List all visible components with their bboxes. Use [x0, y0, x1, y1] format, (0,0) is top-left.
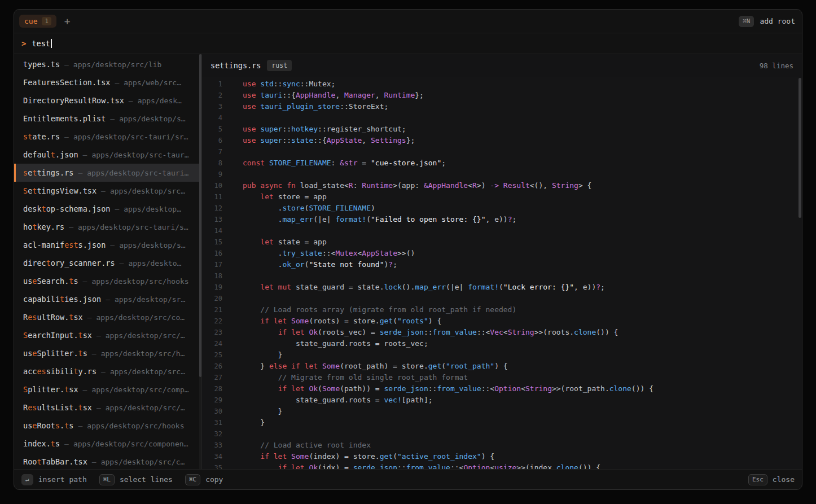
result-path: apps/desktop…	[124, 205, 181, 213]
line-number: 18	[202, 270, 222, 282]
search-input[interactable]: test	[32, 39, 50, 48]
line-number: 26	[202, 361, 222, 372]
result-filename: SearchInput.tsx	[23, 331, 92, 340]
line-number: 10	[202, 180, 222, 191]
result-row[interactable]: ResultRow.tsx – apps/desktop/src/co…	[14, 308, 201, 326]
line-content: if let Ok(roots_vec) = serde_json::from_…	[243, 327, 618, 338]
result-row[interactable]: SettingsView.tsx – apps/desktop/src…	[14, 182, 201, 200]
result-row[interactable]: SearchInput.tsx – apps/desktop/src/…	[14, 326, 201, 344]
code-line: 9	[202, 169, 802, 180]
result-filename: desktop-schema.json	[23, 204, 110, 213]
result-row[interactable]: acl-manifests.json – apps/desktop/s…	[14, 236, 201, 254]
line-number: 9	[202, 169, 222, 180]
footer-hint[interactable]: ⌘L select lines	[99, 474, 173, 485]
result-filename: state.rs	[23, 132, 60, 141]
line-content: }	[243, 349, 282, 361]
result-path: apps/desktop/sr…	[115, 295, 185, 304]
result-separator: –	[115, 78, 119, 87]
result-filename: useRoots.ts	[23, 421, 73, 430]
line-content: .ok_or("State not found")?;	[243, 259, 397, 270]
result-path: apps/desktop/src/componen…	[73, 440, 188, 448]
line-number: 31	[202, 417, 222, 428]
result-path: apps/desktop/src/lib	[73, 60, 162, 69]
result-row[interactable]: DirectoryResultRow.tsx – apps/desk…	[14, 91, 201, 109]
result-row[interactable]: state.rs – apps/desktop/src-tauri/sr…	[14, 128, 201, 146]
line-content: state_guard.roots = roots_vec;	[243, 338, 428, 349]
result-row[interactable]: settings.rs – apps/desktop/src-tauri…	[14, 164, 201, 182]
line-number: 29	[202, 395, 222, 406]
tab-cue[interactable]: cue 1	[19, 15, 56, 28]
code-scrollbar[interactable]	[799, 77, 801, 469]
result-separator: –	[83, 151, 87, 159]
shortcut-key-badge: ⌘C	[185, 474, 200, 485]
app-window: cue 1 + ⌘N add root > test types.ts – ap…	[14, 9, 802, 490]
result-separator: –	[115, 205, 119, 213]
result-row[interactable]: Splitter.tsx – apps/desktop/src/comp…	[14, 380, 201, 398]
add-root-action[interactable]: ⌘N add root	[739, 16, 795, 27]
code-line: 32	[202, 428, 802, 440]
line-content: let state = app	[243, 236, 327, 248]
result-row[interactable]: directory_scanner.rs – apps/deskto…	[14, 254, 201, 272]
footer-hint[interactable]: ↵ insert path	[21, 474, 87, 485]
code-line: 3 use tauri_plugin_store::StoreExt;	[202, 101, 802, 112]
code-line: 20	[202, 293, 802, 304]
result-filename: Entitlements.plist	[23, 114, 106, 123]
result-separator: –	[64, 133, 69, 141]
result-row[interactable]: types.ts – apps/desktop/src/lib	[14, 55, 201, 73]
code-line: 27 // Migrate from old single root_path …	[202, 372, 802, 383]
results-scrollbar-thumb[interactable]	[199, 54, 201, 377]
result-path: apps/desktop/src/co…	[96, 313, 185, 322]
line-number: 28	[202, 383, 222, 395]
code-line: 28 if let Ok(Some(path)) = serde_json::f…	[202, 383, 802, 395]
result-path: apps/web/src…	[124, 78, 181, 87]
code-area: 1 use std::sync::Mutex; 2 use tauri::{Ap…	[202, 77, 802, 469]
result-row[interactable]: FeaturesSection.tsx – apps/web/src…	[14, 73, 201, 91]
line-count: 98 lines	[760, 62, 793, 70]
line-number: 3	[202, 101, 222, 112]
result-separator: –	[78, 169, 82, 177]
result-filename: capabilities.json	[23, 295, 101, 304]
tab-label: cue	[24, 17, 37, 25]
result-row[interactable]: ResultsList.tsx – apps/desktop/src/…	[14, 398, 201, 417]
line-number: 1	[202, 78, 222, 90]
footer-hint[interactable]: ⌘C copy	[185, 474, 223, 485]
result-row[interactable]: hotkey.rs – apps/desktop/src-tauri/s…	[14, 218, 201, 236]
code-scrollbar-thumb[interactable]	[799, 78, 801, 218]
result-filename: directory_scanner.rs	[23, 258, 115, 268]
result-path: apps/desktop/s…	[119, 241, 185, 249]
code-line: 29 state_guard.roots = vec![path];	[202, 395, 802, 406]
line-content: } else if let Some(root_path) = store.ge…	[243, 361, 508, 372]
result-row[interactable]: useRoots.ts – apps/desktop/src/hooks	[14, 417, 201, 435]
result-path: apps/desktop/src…	[110, 187, 185, 195]
result-row[interactable]: useSearch.ts – apps/desktop/src/hooks	[14, 272, 201, 290]
result-row[interactable]: capabilities.json – apps/desktop/sr…	[14, 290, 201, 308]
result-row[interactable]: useSplitter.ts – apps/desktop/src/h…	[14, 344, 201, 362]
prompt-icon: >	[21, 39, 26, 48]
result-separator: –	[110, 241, 115, 249]
line-content: }	[243, 417, 265, 428]
result-filename: acl-manifests.json	[23, 240, 106, 249]
result-separator: –	[101, 187, 106, 195]
result-row[interactable]: default.json – apps/desktop/src-taur…	[14, 146, 201, 164]
result-row[interactable]: RootTabBar.tsx – apps/desktop/src/c…	[14, 453, 201, 469]
results-scrollbar[interactable]	[199, 54, 201, 469]
result-row[interactable]: index.ts – apps/desktop/src/componen…	[14, 435, 201, 453]
code-line: 17 .ok_or("State not found")?;	[202, 259, 802, 270]
code-line: 10 pub async fn load_state<R: Runtime>(a…	[202, 180, 802, 191]
results-list: types.ts – apps/desktop/src/lib Features…	[14, 54, 201, 469]
line-number: 21	[202, 304, 222, 315]
code-line: 11 let store = app	[202, 191, 802, 203]
result-path: apps/desktop/src-taur…	[91, 151, 188, 159]
result-row[interactable]: Entitlements.plist – apps/desktop/s…	[14, 109, 201, 128]
line-content: if let Ok(Some(path)) = serde_json::from…	[243, 383, 653, 395]
close-hint[interactable]: Esc close	[748, 474, 795, 485]
line-number: 2	[202, 90, 222, 101]
result-row[interactable]: accessibility.rs – apps/desktop/src…	[14, 362, 201, 380]
result-row[interactable]: desktop-schema.json – apps/desktop…	[14, 200, 201, 218]
line-content: if let Ok(idx) = serde_json::from_value:…	[243, 462, 600, 469]
line-number: 30	[202, 406, 222, 417]
search-row[interactable]: > test	[14, 33, 802, 54]
new-tab-button[interactable]: +	[64, 16, 71, 27]
line-number: 34	[202, 451, 222, 462]
line-number: 14	[202, 225, 222, 236]
